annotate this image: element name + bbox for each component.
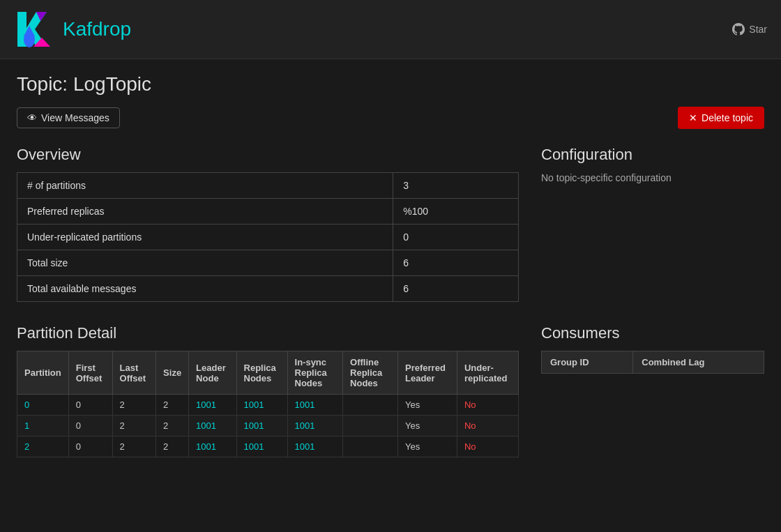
insync-replica-nodes[interactable]: 1001 <box>287 436 343 457</box>
partition-id[interactable]: 2 <box>17 436 69 457</box>
leader-node[interactable]: 1001 <box>189 436 236 457</box>
preferred-leader: Yes <box>398 436 457 457</box>
consumers-col-header: Group ID <box>542 351 633 374</box>
replica-nodes[interactable]: 1001 <box>236 416 287 436</box>
delete-topic-button[interactable]: ✕ Delete topic <box>678 107 764 129</box>
offline-replica-nodes <box>343 395 398 416</box>
first-offset: 0 <box>68 395 112 416</box>
partition-col-header: Last Offset <box>112 351 156 395</box>
consumers-title: Consumers <box>541 324 764 342</box>
partition-detail-section: Partition Detail PartitionFirst OffsetLa… <box>17 324 519 457</box>
partition-row: 2 0 2 2 1001 1001 1001 Yes No <box>17 436 519 457</box>
partition-col-header: Size <box>156 351 189 395</box>
partition-col-header: Preferred Leader <box>398 351 457 395</box>
consumers-col-header: Combined Lag <box>633 351 764 374</box>
overview-label: Under-replicated partitions <box>17 225 393 250</box>
partition-header-row: PartitionFirst OffsetLast OffsetSizeLead… <box>17 351 519 395</box>
last-offset: 2 <box>112 436 156 457</box>
overview-value: 0 <box>393 225 519 250</box>
star-link[interactable]: Star <box>732 23 767 36</box>
under-replicated: No <box>457 395 518 416</box>
overview-label: Preferred replicas <box>17 199 393 225</box>
star-label: Star <box>749 24 767 35</box>
partition-col-header: Under-replicated <box>457 351 518 395</box>
action-row: 👁 View Messages ✕ Delete topic <box>17 107 764 129</box>
leader-node[interactable]: 1001 <box>189 416 236 436</box>
consumers-header-row: Group IDCombined Lag <box>542 351 764 374</box>
partition-col-header: Partition <box>17 351 69 395</box>
first-offset: 0 <box>68 436 112 457</box>
preferred-leader: Yes <box>398 395 457 416</box>
eye-icon: 👁 <box>27 112 37 123</box>
size: 2 <box>156 395 189 416</box>
overview-label: Total size <box>17 250 393 276</box>
insync-replica-nodes[interactable]: 1001 <box>287 395 343 416</box>
preferred-leader: Yes <box>398 416 457 436</box>
last-offset: 2 <box>112 395 156 416</box>
partition-table: PartitionFirst OffsetLast OffsetSizeLead… <box>17 351 519 457</box>
overview-table: # of partitions 3 Preferred replicas %10… <box>17 172 519 302</box>
overview-row: Total available messages 6 <box>17 276 519 302</box>
overview-row: # of partitions 3 <box>17 173 519 199</box>
view-messages-button[interactable]: 👁 View Messages <box>17 107 120 128</box>
partition-detail-title: Partition Detail <box>17 324 519 342</box>
configuration-text: No topic-specific configuration <box>541 172 764 183</box>
overview-row: Under-replicated partitions 0 <box>17 225 519 250</box>
overview-value: %100 <box>393 199 519 225</box>
leader-node[interactable]: 1001 <box>189 395 236 416</box>
partition-id[interactable]: 1 <box>17 416 69 436</box>
insync-replica-nodes[interactable]: 1001 <box>287 416 343 436</box>
configuration-section: Configuration No topic-specific configur… <box>541 146 764 302</box>
first-offset: 0 <box>68 416 112 436</box>
brand: Kafdrop <box>14 8 131 50</box>
overview-value: 6 <box>393 250 519 276</box>
partition-id[interactable]: 0 <box>17 395 69 416</box>
overview-label: # of partitions <box>17 173 393 199</box>
replica-nodes[interactable]: 1001 <box>236 436 287 457</box>
partition-col-header: In-sync Replica Nodes <box>287 351 343 395</box>
partition-col-header: Replica Nodes <box>236 351 287 395</box>
overview-value: 6 <box>393 276 519 302</box>
offline-replica-nodes <box>343 416 398 436</box>
offline-replica-nodes <box>343 436 398 457</box>
github-icon <box>732 23 745 36</box>
last-offset: 2 <box>112 416 156 436</box>
under-replicated: No <box>457 416 518 436</box>
overview-title: Overview <box>17 146 519 164</box>
partition-row: 1 0 2 2 1001 1001 1001 Yes No <box>17 416 519 436</box>
consumers-table: Group IDCombined Lag <box>541 351 764 374</box>
overview-row: Total size 6 <box>17 250 519 276</box>
partition-col-header: Offline Replica Nodes <box>343 351 398 395</box>
consumers-section: Consumers Group IDCombined Lag <box>541 324 764 474</box>
size: 2 <box>156 416 189 436</box>
partition-col-header: Leader Node <box>189 351 236 395</box>
overview-section: Overview # of partitions 3 Preferred rep… <box>17 146 519 302</box>
main-content: Topic: LogTopic 👁 View Messages ✕ Delete… <box>0 59 781 488</box>
overview-value: 3 <box>393 173 519 199</box>
header: Kafdrop Star <box>0 0 781 59</box>
bottom-row: Partition Detail PartitionFirst OffsetLa… <box>17 324 764 474</box>
overview-config-row: Overview # of partitions 3 Preferred rep… <box>17 146 764 302</box>
page-title: Topic: LogTopic <box>17 73 764 96</box>
configuration-title: Configuration <box>541 146 764 164</box>
replica-nodes[interactable]: 1001 <box>236 395 287 416</box>
overview-row: Preferred replicas %100 <box>17 199 519 225</box>
under-replicated: No <box>457 436 518 457</box>
size: 2 <box>156 436 189 457</box>
times-icon: ✕ <box>689 112 697 123</box>
logo-icon <box>14 8 56 50</box>
brand-name: Kafdrop <box>63 18 131 40</box>
overview-label: Total available messages <box>17 276 393 302</box>
partition-col-header: First Offset <box>68 351 112 395</box>
partition-row: 0 0 2 2 1001 1001 1001 Yes No <box>17 395 519 416</box>
